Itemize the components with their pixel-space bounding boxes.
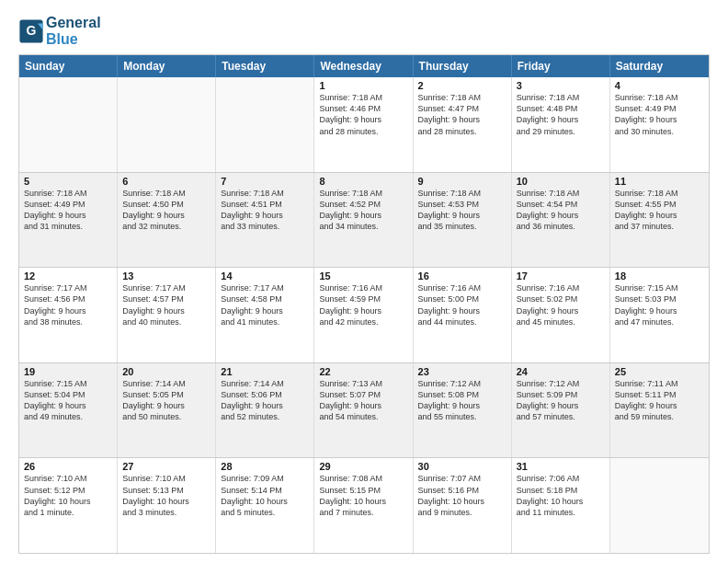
- cell-info: Sunrise: 7:18 AM Sunset: 4:48 PM Dayligh…: [517, 92, 605, 137]
- cell-info: Sunrise: 7:06 AM Sunset: 5:18 PM Dayligh…: [517, 473, 605, 518]
- day-number: 17: [517, 270, 605, 282]
- calendar-header: SundayMondayTuesdayWednesdayThursdayFrid…: [19, 55, 709, 77]
- calendar-cell: 27Sunrise: 7:10 AM Sunset: 5:13 PM Dayli…: [118, 458, 216, 553]
- calendar-cell: 5Sunrise: 7:18 AM Sunset: 4:49 PM Daylig…: [19, 173, 118, 268]
- calendar-body: 1Sunrise: 7:18 AM Sunset: 4:46 PM Daylig…: [19, 77, 709, 553]
- day-number: 21: [221, 366, 309, 377]
- calendar-cell: [19, 77, 118, 172]
- day-number: 22: [319, 366, 407, 377]
- day-number: 14: [221, 270, 309, 282]
- cell-info: Sunrise: 7:09 AM Sunset: 5:14 PM Dayligh…: [221, 473, 309, 518]
- weekday-header: Friday: [512, 55, 610, 77]
- day-number: 6: [122, 176, 210, 187]
- calendar-cell: 31Sunrise: 7:06 AM Sunset: 5:18 PM Dayli…: [512, 458, 610, 553]
- calendar-cell: 19Sunrise: 7:15 AM Sunset: 5:04 PM Dayli…: [19, 363, 118, 458]
- weekday-header: Wednesday: [314, 55, 413, 77]
- calendar-cell: 4Sunrise: 7:18 AM Sunset: 4:49 PM Daylig…: [610, 77, 709, 172]
- calendar-cell: 21Sunrise: 7:14 AM Sunset: 5:06 PM Dayli…: [216, 363, 314, 458]
- day-number: 26: [24, 461, 112, 472]
- day-number: 4: [615, 80, 704, 91]
- cell-info: Sunrise: 7:17 AM Sunset: 4:56 PM Dayligh…: [24, 282, 112, 327]
- calendar-cell: 6Sunrise: 7:18 AM Sunset: 4:50 PM Daylig…: [118, 173, 216, 268]
- day-number: 13: [122, 270, 210, 282]
- calendar-cell: [118, 77, 216, 172]
- calendar-cell: 17Sunrise: 7:16 AM Sunset: 5:02 PM Dayli…: [512, 268, 610, 362]
- logo-icon: G: [18, 18, 44, 44]
- day-number: 29: [319, 461, 407, 472]
- calendar-cell: 24Sunrise: 7:12 AM Sunset: 5:09 PM Dayli…: [512, 363, 610, 458]
- day-number: 11: [615, 176, 704, 187]
- day-number: 19: [24, 366, 112, 377]
- day-number: 8: [319, 176, 407, 187]
- cell-info: Sunrise: 7:18 AM Sunset: 4:51 PM Dayligh…: [221, 188, 309, 233]
- cell-info: Sunrise: 7:18 AM Sunset: 4:46 PM Dayligh…: [319, 92, 407, 137]
- calendar: SundayMondayTuesdayWednesdayThursdayFrid…: [18, 54, 710, 554]
- logo-line2: Blue: [46, 31, 101, 48]
- logo-line1: General: [46, 15, 101, 31]
- day-number: 10: [517, 176, 605, 187]
- cell-info: Sunrise: 7:15 AM Sunset: 5:03 PM Dayligh…: [615, 282, 704, 327]
- day-number: 3: [517, 80, 605, 91]
- day-number: 15: [319, 270, 407, 282]
- header: G GeneralBlue: [18, 15, 710, 47]
- calendar-row: 5Sunrise: 7:18 AM Sunset: 4:49 PM Daylig…: [19, 172, 709, 268]
- cell-info: Sunrise: 7:17 AM Sunset: 4:58 PM Dayligh…: [221, 282, 309, 327]
- calendar-cell: 11Sunrise: 7:18 AM Sunset: 4:55 PM Dayli…: [610, 173, 709, 268]
- day-number: 12: [24, 270, 112, 282]
- day-number: 23: [418, 366, 506, 377]
- weekday-header: Tuesday: [216, 55, 314, 77]
- cell-info: Sunrise: 7:16 AM Sunset: 5:02 PM Dayligh…: [517, 282, 605, 327]
- cell-info: Sunrise: 7:14 AM Sunset: 5:05 PM Dayligh…: [122, 378, 210, 423]
- calendar-cell: [216, 77, 314, 172]
- calendar-cell: 25Sunrise: 7:11 AM Sunset: 5:11 PM Dayli…: [610, 363, 709, 458]
- calendar-row: 19Sunrise: 7:15 AM Sunset: 5:04 PM Dayli…: [19, 362, 709, 458]
- day-number: 28: [221, 461, 309, 472]
- calendar-cell: 7Sunrise: 7:18 AM Sunset: 4:51 PM Daylig…: [216, 173, 314, 268]
- cell-info: Sunrise: 7:11 AM Sunset: 5:11 PM Dayligh…: [615, 378, 704, 423]
- calendar-cell: 29Sunrise: 7:08 AM Sunset: 5:15 PM Dayli…: [314, 458, 413, 553]
- cell-info: Sunrise: 7:18 AM Sunset: 4:55 PM Dayligh…: [615, 188, 704, 233]
- calendar-cell: 9Sunrise: 7:18 AM Sunset: 4:53 PM Daylig…: [414, 173, 512, 268]
- weekday-header: Monday: [118, 55, 216, 77]
- calendar-row: 1Sunrise: 7:18 AM Sunset: 4:46 PM Daylig…: [19, 77, 709, 172]
- weekday-header: Sunday: [19, 55, 118, 77]
- logo-text: GeneralBlue: [46, 15, 101, 47]
- day-number: 9: [418, 176, 506, 187]
- day-number: 24: [517, 366, 605, 377]
- day-number: 7: [221, 176, 309, 187]
- cell-info: Sunrise: 7:14 AM Sunset: 5:06 PM Dayligh…: [221, 378, 309, 423]
- cell-info: Sunrise: 7:18 AM Sunset: 4:54 PM Dayligh…: [517, 188, 605, 233]
- calendar-cell: 28Sunrise: 7:09 AM Sunset: 5:14 PM Dayli…: [216, 458, 314, 553]
- cell-info: Sunrise: 7:18 AM Sunset: 4:52 PM Dayligh…: [319, 188, 407, 233]
- cell-info: Sunrise: 7:10 AM Sunset: 5:12 PM Dayligh…: [24, 473, 112, 518]
- cell-info: Sunrise: 7:16 AM Sunset: 5:00 PM Dayligh…: [418, 282, 506, 327]
- calendar-cell: 3Sunrise: 7:18 AM Sunset: 4:48 PM Daylig…: [512, 77, 610, 172]
- day-number: 2: [418, 80, 506, 91]
- cell-info: Sunrise: 7:18 AM Sunset: 4:47 PM Dayligh…: [418, 92, 506, 137]
- calendar-cell: 18Sunrise: 7:15 AM Sunset: 5:03 PM Dayli…: [610, 268, 709, 362]
- calendar-cell: 20Sunrise: 7:14 AM Sunset: 5:05 PM Dayli…: [118, 363, 216, 458]
- day-number: 30: [418, 461, 506, 472]
- calendar-row: 26Sunrise: 7:10 AM Sunset: 5:12 PM Dayli…: [19, 457, 709, 553]
- cell-info: Sunrise: 7:18 AM Sunset: 4:53 PM Dayligh…: [418, 188, 506, 233]
- weekday-header: Saturday: [610, 55, 709, 77]
- cell-info: Sunrise: 7:10 AM Sunset: 5:13 PM Dayligh…: [122, 473, 210, 518]
- logo: G GeneralBlue: [18, 15, 101, 47]
- calendar-cell: 14Sunrise: 7:17 AM Sunset: 4:58 PM Dayli…: [216, 268, 314, 362]
- day-number: 18: [615, 270, 704, 282]
- calendar-row: 12Sunrise: 7:17 AM Sunset: 4:56 PM Dayli…: [19, 267, 709, 362]
- cell-info: Sunrise: 7:17 AM Sunset: 4:57 PM Dayligh…: [122, 282, 210, 327]
- day-number: 27: [122, 461, 210, 472]
- cell-info: Sunrise: 7:18 AM Sunset: 4:49 PM Dayligh…: [615, 92, 704, 137]
- calendar-cell: 26Sunrise: 7:10 AM Sunset: 5:12 PM Dayli…: [19, 458, 118, 553]
- calendar-cell: [610, 458, 709, 553]
- day-number: 5: [24, 176, 112, 187]
- cell-info: Sunrise: 7:18 AM Sunset: 4:50 PM Dayligh…: [122, 188, 210, 233]
- cell-info: Sunrise: 7:12 AM Sunset: 5:09 PM Dayligh…: [517, 378, 605, 423]
- cell-info: Sunrise: 7:18 AM Sunset: 4:49 PM Dayligh…: [24, 188, 112, 233]
- page: G GeneralBlue SundayMondayTuesdayWednesd…: [0, 0, 728, 563]
- cell-info: Sunrise: 7:12 AM Sunset: 5:08 PM Dayligh…: [418, 378, 506, 423]
- calendar-cell: 30Sunrise: 7:07 AM Sunset: 5:16 PM Dayli…: [414, 458, 512, 553]
- calendar-cell: 1Sunrise: 7:18 AM Sunset: 4:46 PM Daylig…: [314, 77, 413, 172]
- calendar-cell: 10Sunrise: 7:18 AM Sunset: 4:54 PM Dayli…: [512, 173, 610, 268]
